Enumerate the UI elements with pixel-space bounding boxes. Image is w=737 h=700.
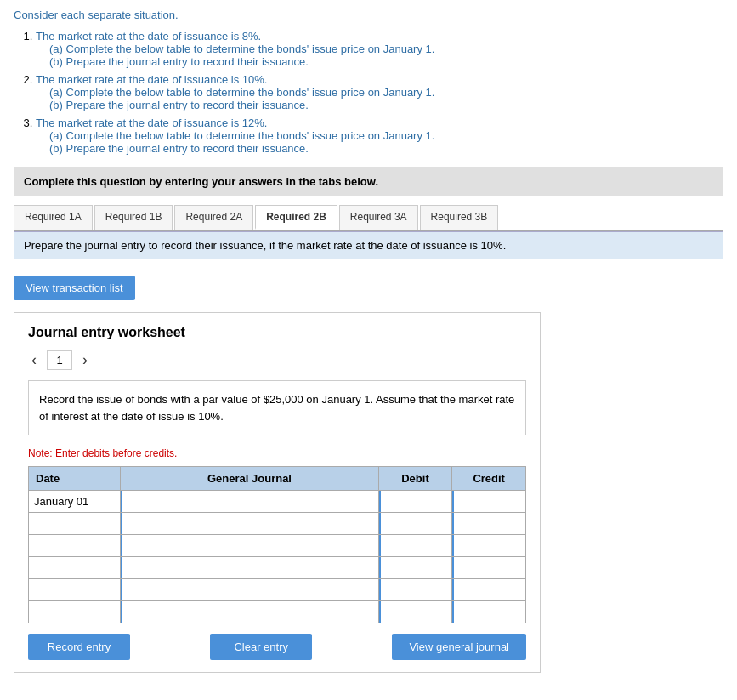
credit-input[interactable] bbox=[452, 601, 525, 623]
debit-input[interactable] bbox=[379, 513, 452, 534]
note-text: Note: Enter debits before credits. bbox=[28, 447, 526, 459]
col-debit: Debit bbox=[378, 467, 452, 491]
credit-input[interactable] bbox=[452, 579, 525, 600]
instruction-bar: Prepare the journal entry to record thei… bbox=[14, 231, 723, 259]
worksheet-title: Journal entry worksheet bbox=[28, 325, 526, 340]
situation-1-main: The market rate at the date of issuance … bbox=[36, 30, 261, 43]
situation-1: The market rate at the date of issuance … bbox=[36, 30, 723, 68]
debit-cell[interactable] bbox=[378, 557, 452, 579]
date-cell: January 01 bbox=[29, 491, 121, 513]
debit-input[interactable] bbox=[379, 557, 452, 578]
situation-3-main: The market rate at the date of issuance … bbox=[36, 117, 267, 129]
situation-1-sub-b: (b) Prepare the journal entry to record … bbox=[49, 55, 723, 68]
situation-1-sub-a: (a) Complete the below table to determin… bbox=[49, 43, 723, 55]
date-cell bbox=[29, 557, 121, 579]
tab-req3a[interactable]: Required 3A bbox=[339, 205, 418, 230]
general-journal-input[interactable] bbox=[121, 601, 377, 623]
journal-table: Date General Journal Debit Credit Januar… bbox=[28, 466, 526, 623]
general-journal-input[interactable] bbox=[121, 535, 377, 556]
situation-3: The market rate at the date of issuance … bbox=[36, 117, 723, 155]
general-journal-cell[interactable] bbox=[121, 535, 378, 557]
clear-entry-button[interactable]: Clear entry bbox=[210, 634, 312, 660]
col-date: Date bbox=[29, 467, 121, 491]
credit-input[interactable] bbox=[452, 535, 525, 556]
prev-page-button[interactable]: ‹ bbox=[28, 351, 40, 369]
debit-input[interactable] bbox=[379, 579, 452, 600]
worksheet-container: Journal entry worksheet ‹ 1 › Record the… bbox=[14, 312, 541, 673]
general-journal-cell[interactable] bbox=[121, 491, 378, 513]
debit-cell[interactable] bbox=[378, 491, 452, 513]
record-description: Record the issue of bonds with a par val… bbox=[28, 380, 526, 435]
table-row: January 01 bbox=[29, 491, 526, 513]
situation-2-sub-b: (b) Prepare the journal entry to record … bbox=[49, 99, 723, 111]
table-row bbox=[29, 513, 526, 535]
general-journal-input[interactable] bbox=[121, 557, 377, 578]
debit-input[interactable] bbox=[379, 491, 452, 512]
question-header: Complete this question by entering your … bbox=[14, 167, 723, 196]
credit-cell[interactable] bbox=[452, 513, 526, 535]
debit-cell[interactable] bbox=[378, 513, 452, 535]
nav-row: ‹ 1 › bbox=[28, 350, 526, 370]
debit-cell[interactable] bbox=[378, 579, 452, 601]
table-row bbox=[29, 579, 526, 601]
tab-req2a[interactable]: Required 2A bbox=[174, 205, 253, 230]
general-journal-cell[interactable] bbox=[121, 513, 378, 535]
general-journal-input[interactable] bbox=[121, 513, 377, 534]
debit-cell[interactable] bbox=[378, 535, 452, 557]
date-cell bbox=[29, 513, 121, 535]
situation-2-sub-a: (a) Complete the below table to determin… bbox=[49, 86, 723, 99]
general-journal-cell[interactable] bbox=[121, 579, 378, 601]
credit-input[interactable] bbox=[452, 491, 525, 512]
view-transaction-button[interactable]: View transaction list bbox=[14, 276, 135, 300]
situation-2: The market rate at the date of issuance … bbox=[36, 73, 723, 111]
instructions-section: The market rate at the date of issuance … bbox=[22, 30, 723, 155]
situation-3-sub-b: (b) Prepare the journal entry to record … bbox=[49, 142, 723, 155]
action-buttons: Record entry Clear entry View general jo… bbox=[28, 634, 526, 660]
credit-cell[interactable] bbox=[452, 535, 526, 557]
credit-cell[interactable] bbox=[452, 579, 526, 601]
next-page-button[interactable]: › bbox=[79, 351, 91, 369]
general-journal-cell[interactable] bbox=[121, 601, 378, 623]
tab-req3b[interactable]: Required 3B bbox=[420, 205, 499, 230]
table-row bbox=[29, 535, 526, 557]
table-row bbox=[29, 557, 526, 579]
credit-cell[interactable] bbox=[452, 491, 526, 513]
date-cell bbox=[29, 579, 121, 601]
situation-2-main: The market rate at the date of issuance … bbox=[36, 73, 267, 86]
tabs-row: Required 1ARequired 1BRequired 2ARequire… bbox=[14, 205, 723, 231]
general-journal-cell[interactable] bbox=[121, 557, 378, 579]
page-number: 1 bbox=[47, 350, 72, 370]
tab-req2b[interactable]: Required 2B bbox=[255, 205, 337, 230]
credit-cell[interactable] bbox=[452, 557, 526, 579]
col-credit: Credit bbox=[452, 467, 526, 491]
col-general-journal: General Journal bbox=[121, 467, 378, 491]
debit-input[interactable] bbox=[379, 535, 452, 556]
view-general-journal-button[interactable]: View general journal bbox=[392, 634, 526, 660]
tab-req1a[interactable]: Required 1A bbox=[14, 205, 93, 230]
situation-3-sub-a: (a) Complete the below table to determin… bbox=[49, 129, 723, 142]
debit-input[interactable] bbox=[379, 601, 452, 623]
date-cell bbox=[29, 535, 121, 557]
tab-req1b[interactable]: Required 1B bbox=[94, 205, 173, 230]
credit-input[interactable] bbox=[452, 557, 525, 578]
table-row bbox=[29, 601, 526, 623]
credit-cell[interactable] bbox=[452, 601, 526, 623]
record-entry-button[interactable]: Record entry bbox=[28, 634, 130, 660]
general-journal-input[interactable] bbox=[121, 491, 377, 512]
debit-cell[interactable] bbox=[378, 601, 452, 623]
credit-input[interactable] bbox=[452, 513, 525, 534]
date-cell bbox=[29, 601, 121, 623]
general-journal-input[interactable] bbox=[121, 579, 377, 600]
intro-title: Consider each separate situation. bbox=[14, 9, 723, 21]
